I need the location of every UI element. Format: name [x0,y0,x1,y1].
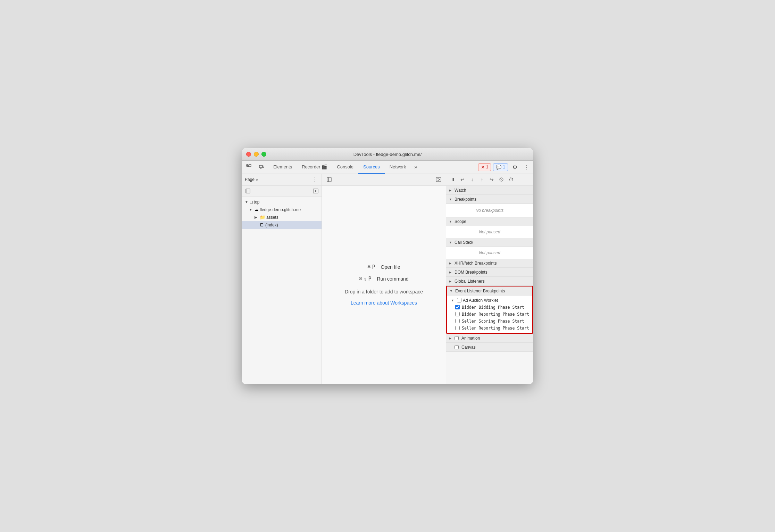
seller-scoring-phase-row: Seller Scoring Phase Start [447,318,532,325]
global-listeners-label: Global Listeners [455,279,485,284]
event-listener-content: ▼ Ad Auction Worklet Bidder Bidding Phas… [447,296,532,333]
deactivate-breakpoints-button[interactable] [497,175,506,184]
scope-arrow-icon: ▼ [449,220,453,223]
device-toolbar-icon[interactable] [256,161,267,173]
debugger-toolbar: ⏸ ↩ ↓ ↑ ↪ ⏱ [446,174,533,186]
dom-arrow-icon: ▶ [449,271,453,274]
svg-rect-4 [246,189,250,193]
step-over-button[interactable]: ↩ [458,175,467,184]
ad-auction-worklet-label: Ad Auction Worklet [463,298,498,303]
scope-section-header[interactable]: ▼ Scope [446,217,533,226]
close-button[interactable] [246,152,251,157]
scope-content: Not paused [446,226,533,238]
more-options-icon[interactable]: ⋮ [522,162,532,172]
cmd-symbol: ⌘ [367,264,370,270]
inspector-icon[interactable] [243,161,255,173]
call-stack-content: Not paused [446,247,533,259]
settings-icon[interactable]: ⚙ [510,162,520,172]
sidebar-title: Page [245,177,255,182]
sidebar-menu-button[interactable]: ⋮ [311,176,319,183]
tab-console[interactable]: Console [332,160,358,174]
learn-workspaces-link[interactable]: Learn more about Workspaces [351,300,417,306]
tree-item-index[interactable]: 🗒 (index) [242,221,322,229]
call-stack-section-header[interactable]: ▼ Call Stack [446,238,533,247]
watch-section-header[interactable]: ▶ Watch [446,186,533,195]
animation-checkbox[interactable] [455,336,459,340]
step-out-button[interactable]: ↑ [477,175,486,184]
pause-on-exceptions-button[interactable]: ⏱ [507,175,516,184]
tree-item-top[interactable]: ▼ □ top [242,198,322,206]
run-snippet-button[interactable] [311,186,320,196]
ad-auction-worklet-checkbox[interactable] [457,298,461,302]
tab-network[interactable]: Network [385,160,411,174]
pause-button[interactable]: ⏸ [448,175,457,184]
info-icon: 💬 [496,165,501,170]
canvas-label: Canvas [461,345,476,350]
tab-elements[interactable]: Elements [268,160,297,174]
xhr-breakpoints-section-header[interactable]: ▶ XHR/fetch Breakpoints [446,259,533,268]
minimize-button[interactable] [254,152,259,157]
breakpoints-section-header[interactable]: ▼ Breakpoints [446,195,533,204]
sidebar: Page » ⋮ [242,174,322,384]
no-breakpoints-text: No breakpoints [446,205,533,216]
index-label: (index) [265,223,278,227]
error-icon: ✕ [481,165,485,170]
open-file-shortcut: ⌘ P Open file [367,264,400,270]
global-listeners-arrow-icon: ▶ [449,280,453,283]
breakpoints-content: No breakpoints [446,204,533,217]
breakpoints-arrow-icon: ▼ [449,198,453,201]
assets-label: assets [266,215,278,220]
info-badge[interactable]: 💬 1 [493,163,508,171]
tab-sources[interactable]: Sources [358,160,385,174]
xhr-label: XHR/fetch Breakpoints [455,261,497,266]
toggle-sources-sidebar-button[interactable] [325,175,334,184]
event-listener-arrow-icon: ▼ [450,289,454,293]
window-title: DevTools - fledge-demo.glitch.me/ [353,152,422,157]
tree-item-assets[interactable]: ▶ 📁 assets [242,214,322,221]
step-into-button[interactable]: ↓ [468,175,477,184]
more-tabs-button[interactable]: » [411,161,420,173]
toggle-sidebar-button[interactable] [243,186,252,196]
tree-item-domain[interactable]: ▼ ☁ fledge-demo.glitch.me [242,206,322,214]
call-stack-arrow-icon: ▼ [449,241,453,244]
watch-label: Watch [455,188,466,193]
event-listener-breakpoints-section-header[interactable]: ▼ Event Listener Breakpoints [447,286,532,296]
seller-scoring-phase-label: Seller Scoring Phase Start [462,319,524,324]
middle-content: ⌘ P Open file ⌘ ⇧ P Run command Drop in … [322,186,446,384]
seller-scoring-phase-checkbox[interactable] [455,319,460,323]
seller-reporting-phase-label: Seller Reporting Phase Start [462,326,529,331]
seller-reporting-phase-checkbox[interactable] [455,326,460,330]
bidder-reporting-phase-checkbox[interactable] [455,312,460,316]
canvas-checkbox[interactable] [455,345,459,349]
svg-rect-6 [313,189,318,193]
svg-rect-7 [327,177,331,182]
shift-symbol: ⇧ [364,276,367,282]
animation-section-header[interactable]: ▶ Animation [446,334,533,343]
traffic-lights [246,152,266,157]
tabbar: Elements Recorder 🎬 Console Sources Netw… [242,161,533,174]
scope-not-paused-text: Not paused [446,227,533,236]
info-count: 1 [503,165,505,169]
dom-breakpoints-section-header[interactable]: ▶ DOM Breakpoints [446,268,533,277]
watch-arrow-icon: ▶ [449,189,453,192]
ad-auction-worklet-header[interactable]: ▼ Ad Auction Worklet [447,297,532,304]
error-badge[interactable]: ✕ 1 [478,163,491,171]
resume-script-button[interactable] [434,175,443,184]
bidder-bidding-phase-checkbox[interactable] [455,305,460,309]
scope-label: Scope [455,219,466,224]
open-file-label: Open file [381,264,400,270]
animation-arrow-icon: ▶ [449,336,453,340]
file-icon: 🗒 [260,222,264,227]
seller-reporting-phase-row: Seller Reporting Phase Start [447,325,532,332]
sidebar-more-icon: » [256,177,258,182]
right-panel: ⏸ ↩ ↓ ↑ ↪ ⏱ ▶ Watch ▼ [446,174,533,384]
global-listeners-section-header[interactable]: ▶ Global Listeners [446,277,533,286]
tab-recorder[interactable]: Recorder 🎬 [297,160,332,174]
maximize-button[interactable] [261,152,266,157]
run-command-label: Run command [377,276,409,282]
arrow-down-icon: ▼ [245,200,249,204]
canvas-section-header[interactable]: ▶ Canvas [446,343,533,352]
call-stack-not-paused-text: Not paused [446,248,533,257]
step-button[interactable]: ↪ [487,175,496,184]
sidebar-right-area [311,186,320,196]
